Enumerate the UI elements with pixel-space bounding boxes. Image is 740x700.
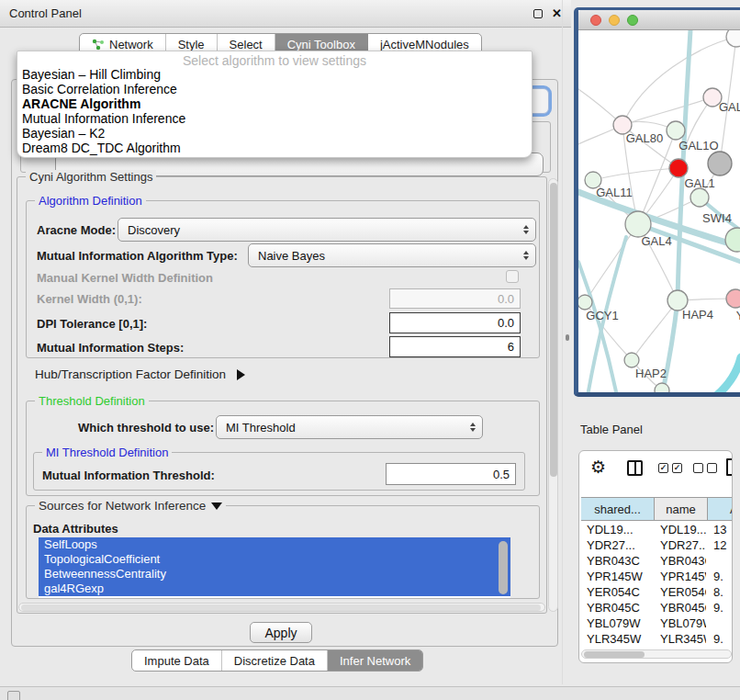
network-edge[interactable] xyxy=(716,357,740,392)
mi-steps-field[interactable]: 6 xyxy=(389,336,521,357)
bottom-tabbar: Impute Data Discretize Data Infer Networ… xyxy=(131,649,423,672)
attribute-item[interactable]: SelfLoops xyxy=(39,537,510,552)
network-node-label: SWI4 xyxy=(702,211,732,225)
splitter-handle[interactable] xyxy=(566,334,569,341)
network-node[interactable] xyxy=(726,289,740,308)
tab-infer-network[interactable]: Infer Network xyxy=(328,650,422,671)
table-row[interactable]: YPR145WYPR145W9. xyxy=(579,570,732,585)
select-all-icon2[interactable]: ✓ xyxy=(672,463,682,473)
collapse-down-icon xyxy=(211,502,222,510)
network-node[interactable] xyxy=(667,121,685,140)
table-row[interactable]: YDL19...YDL19...13 xyxy=(579,523,732,538)
hub-definition-toggle[interactable]: Hub/Transcription Factor Definition xyxy=(35,367,245,381)
attribute-item[interactable]: TopologicalCoefficient xyxy=(39,552,510,567)
deselect-all-icon2[interactable] xyxy=(707,463,717,473)
algorithm-option[interactable]: Bayesian – Hill Climbing xyxy=(17,67,532,82)
table-row[interactable]: YBR043CYBR043C xyxy=(579,554,732,570)
tab-impute-data[interactable]: Impute Data xyxy=(132,650,222,671)
sources-title[interactable]: Sources for Network Inference xyxy=(35,499,226,513)
network-node[interactable] xyxy=(725,228,740,252)
network-node[interactable] xyxy=(708,152,732,175)
apply-button-label: Apply xyxy=(264,626,297,640)
kernel-width-value: 0.0 xyxy=(498,292,514,306)
algorithm-option[interactable]: Mutual Information Inference xyxy=(17,111,532,126)
network-icon xyxy=(92,39,105,51)
dpi-tolerance-field[interactable]: 0.0 xyxy=(389,312,521,333)
control-panel-title: Control Panel xyxy=(9,6,82,20)
apply-button[interactable]: Apply xyxy=(250,622,312,643)
data-attributes-list[interactable]: SelfLoops TopologicalCoefficient Between… xyxy=(39,537,510,598)
close-window-icon[interactable] xyxy=(590,15,601,26)
close-panel-icon[interactable]: ✕ xyxy=(552,9,562,18)
table-row[interactable]: YBL079WYBL079W xyxy=(579,616,732,632)
table-settings-icon[interactable]: ⚙ xyxy=(590,459,606,476)
attribute-item[interactable]: BetweennessCentrality xyxy=(39,567,510,581)
mi-threshold-value: 0.5 xyxy=(493,468,510,481)
table-row[interactable]: YDR27...YDR27...12 xyxy=(579,538,732,554)
zoom-window-icon[interactable] xyxy=(627,15,638,26)
settings-vscroll-thumb[interactable] xyxy=(550,183,557,477)
network-node[interactable] xyxy=(624,353,639,367)
table-horizontal-scrollbar[interactable] xyxy=(581,649,732,659)
export-table-icon[interactable] xyxy=(726,458,733,476)
mi-threshold-definition-title: MI Threshold Definition xyxy=(42,446,172,459)
minimize-window-icon[interactable] xyxy=(609,15,620,26)
network-node[interactable] xyxy=(655,383,669,392)
algorithm-option[interactable]: Dream8 DC_TDC Algorithm xyxy=(17,141,532,155)
mi-type-combobox[interactable]: Naive Bayes xyxy=(248,243,536,267)
mi-threshold-label: Mutual Information Threshold: xyxy=(42,469,215,482)
network-window-titlebar[interactable] xyxy=(578,10,740,30)
network-node[interactable] xyxy=(690,188,709,207)
network-node[interactable] xyxy=(625,211,651,237)
popup-placeholder: Select algorithm to view settings xyxy=(17,51,532,67)
attributes-scrollbar-thumb[interactable] xyxy=(499,541,508,594)
dpi-tolerance-value: 0.0 xyxy=(498,316,514,330)
hub-definition-label: Hub/Transcription Factor Definition xyxy=(35,367,226,381)
table-panel-card: ⚙ ✓ ✓ shared... name A YDL19...YDL19...1… xyxy=(578,450,733,663)
network-node-label: GCY1 xyxy=(586,309,618,322)
table-hscroll-thumb[interactable] xyxy=(584,651,645,658)
control-panel-titlebar: Control Panel ✕ xyxy=(0,0,571,28)
network-node-label: Y xyxy=(736,309,740,322)
kernel-width-field[interactable]: 0.0 xyxy=(389,288,521,309)
deselect-all-icon[interactable] xyxy=(693,463,703,473)
network-node-label: GAL1O xyxy=(678,139,718,152)
select-all-icon[interactable]: ✓ xyxy=(658,463,668,473)
algorithm-option-selected[interactable]: ARACNE Algorithm xyxy=(17,96,532,111)
attribute-item[interactable]: gal4RGexp xyxy=(39,581,510,596)
table-row[interactable]: YBR045CYBR045C9. xyxy=(579,601,732,616)
network-node-label: HAP2 xyxy=(635,367,667,380)
mi-threshold-field[interactable]: 0.5 xyxy=(386,463,516,485)
algorithm-option[interactable]: Basic Correlation Inference xyxy=(17,82,532,96)
tab-network-label: Network xyxy=(109,38,153,51)
manual-kernel-checkbox[interactable] xyxy=(506,270,519,283)
tab-discretize-data[interactable]: Discretize Data xyxy=(222,650,328,671)
settings-hscroll-thumb[interactable] xyxy=(21,604,541,611)
float-panel-icon[interactable] xyxy=(533,9,543,18)
network-node-label: HAP4 xyxy=(682,308,713,322)
network-canvas-svg[interactable]: GALGAL80GAL1OGAL1GAL11SWI4GAL4GCY1HAP4YH… xyxy=(578,30,740,392)
settings-vertical-scrollbar[interactable] xyxy=(548,178,558,612)
network-node-label: GAL4 xyxy=(641,234,671,248)
algorithm-option[interactable]: Bayesian – K2 xyxy=(17,126,532,141)
network-edge[interactable] xyxy=(578,262,617,392)
network-view-window[interactable]: GALGAL80GAL1OGAL1GAL11SWI4GAL4GCY1HAP4YH… xyxy=(574,7,740,397)
column-header-shared[interactable]: shared... xyxy=(581,497,655,521)
network-node[interactable] xyxy=(726,30,740,47)
settings-horizontal-scrollbar[interactable] xyxy=(18,603,545,612)
aracne-mode-combobox[interactable]: Discovery xyxy=(118,218,536,242)
table-row-clipped[interactable]: YIL052CYIL052C9. xyxy=(579,646,732,649)
column-header-cut[interactable]: A xyxy=(708,497,733,521)
column-header-name[interactable]: name xyxy=(655,497,708,521)
expand-right-icon xyxy=(237,369,245,380)
mi-type-label: Mutual Information Algorithm Type: xyxy=(37,249,238,263)
column-layout-icon[interactable] xyxy=(627,460,643,476)
network-node[interactable] xyxy=(578,295,592,310)
which-threshold-combobox[interactable]: MI Threshold xyxy=(216,415,483,439)
status-strip-icon[interactable] xyxy=(7,691,20,700)
cyni-algorithm-settings-title: Cyni Algorithm Settings xyxy=(26,170,156,184)
network-node[interactable] xyxy=(669,159,688,177)
network-edge[interactable] xyxy=(593,168,678,180)
table-row[interactable]: YER054CYER054C8. xyxy=(579,585,732,601)
network-node-label: GAL80 xyxy=(626,131,663,145)
